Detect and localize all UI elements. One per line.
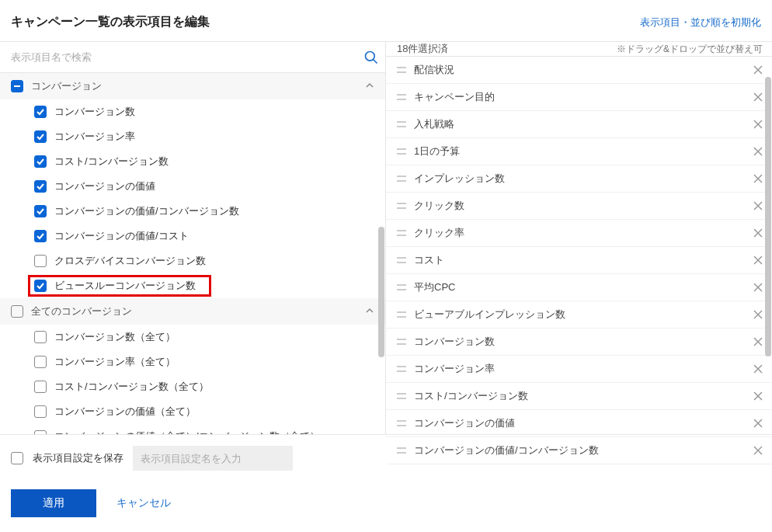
remove-icon[interactable] [753,92,763,102]
drag-handle-icon[interactable] [397,392,406,400]
selected-item[interactable]: コンバージョンの価値 [386,410,772,437]
drag-handle-icon[interactable] [397,66,406,74]
remove-icon[interactable] [753,310,763,319]
drag-handle-icon[interactable] [397,202,406,210]
selected-item[interactable]: キャンペーン目的 [386,84,772,111]
checkbox[interactable] [34,430,47,434]
selected-item[interactable]: 1日の予算 [386,138,772,165]
remove-icon[interactable] [753,228,763,238]
selected-label: 入札戦略 [414,117,454,131]
remove-icon[interactable] [753,65,763,75]
selected-label: コンバージョン率 [414,362,495,376]
drag-handle-icon[interactable] [397,229,406,237]
column-item[interactable]: クロスデバイスコンバージョン数 [0,249,385,273]
drag-handle-icon[interactable] [397,338,406,346]
group-label: 全てのコンバージョン [31,304,132,318]
remove-icon[interactable] [753,120,763,129]
drag-handle-icon[interactable] [397,256,406,264]
column-item[interactable]: コンバージョンの価値/コスト [0,224,385,249]
selected-label: ビューアブルインプレッション数 [414,308,565,322]
column-item[interactable]: コンバージョン率 [0,124,385,149]
selected-columns-list: 配信状況 キャンペーン目的 入札戦略 1日の予算 インプレッション数 クリック数… [386,57,772,464]
selected-item[interactable]: 平均CPC [386,274,772,301]
checkbox[interactable] [34,230,47,242]
drag-handle-icon[interactable] [397,283,406,291]
checkbox[interactable] [34,180,47,193]
checkbox[interactable] [34,255,47,267]
column-item[interactable]: コンバージョンの価値 [0,174,385,199]
drag-handle-icon[interactable] [397,120,406,128]
remove-icon[interactable] [753,256,763,265]
checkbox[interactable] [34,280,47,292]
checkbox[interactable] [34,205,47,217]
svg-point-0 [366,51,375,61]
column-item[interactable]: コンバージョンの価値（全て） [0,399,385,424]
column-item[interactable]: コスト/コンバージョン数 [0,149,385,174]
available-columns-pane: コンバージョン コンバージョン数 コンバージョン率 コスト/コンバージョン数 [0,42,386,434]
column-label: コンバージョン数 [54,105,135,119]
checkbox[interactable] [34,130,47,143]
scrollbar-thumb[interactable] [378,227,384,357]
selected-item[interactable]: コンバージョンの価値/コンバージョン数 [386,437,772,464]
column-item-highlighted[interactable]: ビュースルーコンバージョン数 [0,273,385,298]
save-settings-checkbox[interactable] [11,452,23,464]
column-label: コンバージョン数（全て） [54,330,176,344]
group-checkbox-conversion[interactable] [11,80,23,92]
checkbox[interactable] [34,381,47,393]
selected-item[interactable]: クリック率 [386,220,772,247]
column-label: クロスデバイスコンバージョン数 [54,254,206,268]
reset-columns-link[interactable]: 表示項目・並び順を初期化 [640,16,761,30]
scrollbar-thumb[interactable] [765,77,771,356]
apply-button[interactable]: 適用 [11,489,96,517]
drag-handle-icon[interactable] [397,447,406,454]
checkbox[interactable] [34,405,47,418]
remove-icon[interactable] [753,419,763,428]
column-item[interactable]: コンバージョンの価値/コンバージョン数 [0,199,385,224]
column-item[interactable]: コンバージョン数（全て） [0,325,385,349]
checkbox[interactable] [34,155,47,168]
column-label: コンバージョン率（全て） [54,355,176,369]
remove-icon[interactable] [753,391,763,401]
remove-icon[interactable] [753,201,763,210]
chevron-up-icon [365,306,374,318]
column-item[interactable]: コンバージョン数 [0,99,385,124]
available-columns-list: コンバージョン コンバージョン数 コンバージョン率 コスト/コンバージョン数 [0,73,385,434]
remove-icon[interactable] [753,337,763,346]
drag-handle-icon[interactable] [397,93,406,101]
selected-item[interactable]: インプレッション数 [386,165,772,193]
selected-item[interactable]: 配信状況 [386,57,772,84]
drag-handle-icon[interactable] [397,148,406,155]
column-item[interactable]: コンバージョン率（全て） [0,349,385,374]
selected-item[interactable]: コンバージョン率 [386,356,772,383]
checkbox[interactable] [34,331,47,343]
save-settings-name-input[interactable] [133,446,293,471]
column-item[interactable]: コンバージョンの価値（全て）/コンバージョン数（全て） [0,424,385,434]
group-checkbox-all-conversions[interactable] [11,305,23,318]
column-label: コンバージョンの価値 [54,179,155,193]
cancel-button[interactable]: キャンセル [116,496,171,510]
column-label: コンバージョンの価値/コスト [54,229,189,243]
selected-item[interactable]: ビューアブルインプレッション数 [386,301,772,329]
remove-icon[interactable] [753,364,763,374]
drag-handle-icon[interactable] [397,365,406,373]
search-icon[interactable] [363,50,379,65]
group-header-conversion[interactable]: コンバージョン [0,73,385,99]
selected-item[interactable]: コンバージョン数 [386,329,772,356]
checkbox[interactable] [34,356,47,368]
drag-handle-icon[interactable] [397,419,406,427]
drag-handle-icon[interactable] [397,175,406,183]
remove-icon[interactable] [753,147,763,156]
selected-item[interactable]: 入札戦略 [386,111,772,138]
remove-icon[interactable] [753,283,763,292]
group-header-all-conversions[interactable]: 全てのコンバージョン [0,298,385,325]
selected-item[interactable]: クリック数 [386,193,772,220]
selected-item[interactable]: コスト/コンバージョン数 [386,383,772,410]
remove-icon[interactable] [753,174,763,183]
column-item[interactable]: コスト/コンバージョン数（全て） [0,374,385,399]
column-label: ビュースルーコンバージョン数 [54,279,196,293]
remove-icon[interactable] [753,446,763,455]
search-input[interactable] [11,51,363,63]
checkbox[interactable] [34,106,47,118]
drag-handle-icon[interactable] [397,311,406,318]
selected-item[interactable]: コスト [386,247,772,274]
